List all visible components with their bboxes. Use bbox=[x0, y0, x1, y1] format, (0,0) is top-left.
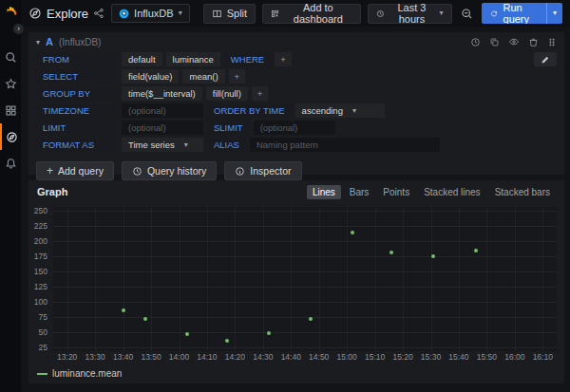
select-func-segment[interactable]: mean() bbox=[182, 69, 224, 84]
gridline bbox=[53, 256, 557, 257]
eye-icon[interactable] bbox=[508, 36, 520, 47]
x-tick-label: 14:30 bbox=[253, 352, 273, 362]
split-icon bbox=[212, 9, 222, 19]
select-field-segment[interactable]: field(value) bbox=[122, 69, 179, 84]
sidebar-item-search[interactable] bbox=[0, 44, 21, 70]
dashboard-add-icon bbox=[271, 9, 279, 19]
y-tick-label: 75 bbox=[39, 312, 48, 322]
add-query-button[interactable]: + Add query bbox=[36, 161, 114, 180]
x-tick-label: 13:50 bbox=[141, 352, 161, 362]
gridline bbox=[95, 207, 96, 351]
graph-mode-lines[interactable]: Lines bbox=[307, 185, 341, 199]
graph-mode-bars[interactable]: Bars bbox=[344, 185, 375, 199]
run-query-button[interactable]: Run query ▾ bbox=[482, 3, 562, 24]
gridline bbox=[67, 207, 68, 351]
datasource-name: InfluxDB bbox=[134, 8, 174, 19]
x-tick-label: 15:00 bbox=[337, 352, 357, 362]
from-measurement-segment[interactable]: luminance bbox=[166, 52, 220, 66]
sidebar-expand-icon[interactable]: › bbox=[12, 23, 25, 35]
sidebar-item-starred[interactable] bbox=[0, 70, 21, 97]
graph-panel: Graph Lines Bars Points Stacked lines St… bbox=[28, 180, 564, 383]
drag-handle-icon[interactable] bbox=[547, 37, 557, 47]
data-point[interactable] bbox=[390, 251, 393, 254]
data-point[interactable] bbox=[143, 317, 147, 321]
data-point[interactable] bbox=[474, 249, 478, 252]
query-ref-id: A bbox=[46, 36, 53, 47]
x-tick-label: 15:40 bbox=[448, 352, 468, 362]
legend-item[interactable]: luminance.mean bbox=[37, 368, 122, 379]
data-point[interactable] bbox=[431, 254, 435, 258]
slimit-input[interactable] bbox=[254, 121, 335, 135]
zoom-out-icon bbox=[461, 8, 473, 20]
gridline bbox=[53, 211, 557, 212]
where-label: WHERE bbox=[224, 52, 271, 66]
run-query-dropdown[interactable]: ▾ bbox=[546, 3, 562, 24]
add-condition-button[interactable]: + bbox=[275, 52, 292, 66]
zoom-out-button[interactable] bbox=[459, 4, 475, 24]
gridline bbox=[53, 302, 557, 303]
chevron-down-icon: ▾ bbox=[179, 9, 182, 17]
sidebar-item-dashboards[interactable] bbox=[0, 97, 21, 123]
gridline bbox=[486, 207, 487, 351]
sidebar: › bbox=[0, 0, 21, 392]
chevron-down-icon: ▾ bbox=[184, 141, 188, 149]
query-history-button[interactable]: Query history bbox=[122, 161, 217, 180]
graph-mode-points[interactable]: Points bbox=[377, 185, 415, 199]
data-point[interactable] bbox=[267, 331, 271, 335]
x-axis-labels: 13:2013:3013:4013:5014:0014:1014:2014:30… bbox=[53, 352, 557, 363]
toggle-text-edit-button[interactable] bbox=[534, 52, 557, 66]
topbar: Explore InfluxDB ▾ Split Add to dashboar… bbox=[21, 0, 570, 27]
history-icon[interactable] bbox=[470, 37, 481, 47]
limit-input[interactable] bbox=[122, 121, 203, 135]
datasource-picker[interactable]: InfluxDB ▾ bbox=[111, 4, 190, 23]
split-button[interactable]: Split bbox=[203, 4, 256, 24]
data-point[interactable] bbox=[185, 332, 189, 336]
page-title: Explore bbox=[47, 7, 88, 21]
sidebar-item-explore[interactable] bbox=[0, 123, 21, 150]
order-by-select[interactable]: ascending ▾ bbox=[295, 103, 385, 118]
data-point[interactable] bbox=[351, 231, 354, 234]
limit-row: LIMIT SLIMIT bbox=[36, 121, 557, 135]
graph-mode-stacked-lines[interactable]: Stacked lines bbox=[418, 185, 485, 199]
trash-icon[interactable] bbox=[528, 37, 539, 47]
y-tick-label: 100 bbox=[34, 297, 48, 307]
copy-icon[interactable] bbox=[489, 37, 500, 47]
query-datasource-hint: (InfluxDB) bbox=[59, 37, 101, 47]
select-row: SELECT field(value) mean() + bbox=[36, 69, 557, 84]
plot-area[interactable] bbox=[53, 207, 557, 351]
data-point[interactable] bbox=[309, 317, 313, 321]
sync-icon bbox=[490, 9, 498, 19]
x-tick-label: 13:30 bbox=[86, 352, 105, 362]
gridline bbox=[53, 317, 557, 318]
inspector-button[interactable]: Inspector bbox=[224, 161, 301, 180]
grafana-logo-icon[interactable] bbox=[3, 5, 18, 20]
data-point[interactable] bbox=[122, 308, 125, 312]
y-tick-label: 225 bbox=[34, 221, 48, 231]
x-tick-label: 13:40 bbox=[113, 352, 133, 362]
from-policy-segment[interactable]: default bbox=[122, 52, 162, 66]
group-by-time-segment[interactable]: time($__interval) bbox=[122, 86, 202, 101]
query-row-header[interactable]: ▾ A (InfluxDB) bbox=[28, 32, 564, 49]
chevron-down-icon: ▾ bbox=[440, 9, 444, 17]
share-icon[interactable] bbox=[93, 8, 104, 19]
graph-mode-stacked-bars[interactable]: Stacked bars bbox=[489, 185, 556, 199]
gridline bbox=[347, 207, 348, 351]
influxdb-logo-icon bbox=[119, 9, 129, 19]
add-select-part-button[interactable]: + bbox=[229, 69, 246, 84]
compass-icon bbox=[28, 7, 42, 20]
group-by-fill-segment[interactable]: fill(null) bbox=[206, 86, 248, 101]
time-range-picker[interactable]: Last 3 hours ▾ bbox=[368, 4, 452, 24]
x-tick-label: 14:40 bbox=[281, 352, 301, 362]
add-group-by-button[interactable]: + bbox=[252, 86, 269, 101]
alias-input[interactable] bbox=[250, 138, 440, 152]
format-as-select[interactable]: Time series ▾ bbox=[122, 138, 203, 152]
gridline bbox=[53, 332, 557, 333]
add-to-dashboard-button[interactable]: Add to dashboard bbox=[262, 4, 360, 24]
query-editor-panel: ▾ A (InfluxDB) FROM defau bbox=[28, 32, 564, 175]
collapse-caret-icon[interactable]: ▾ bbox=[36, 38, 40, 47]
sidebar-item-alerting[interactable] bbox=[0, 150, 21, 177]
y-tick-label: 250 bbox=[34, 206, 48, 215]
data-point[interactable] bbox=[225, 339, 229, 343]
y-tick-label: 150 bbox=[34, 267, 48, 276]
timezone-input[interactable] bbox=[122, 103, 203, 118]
